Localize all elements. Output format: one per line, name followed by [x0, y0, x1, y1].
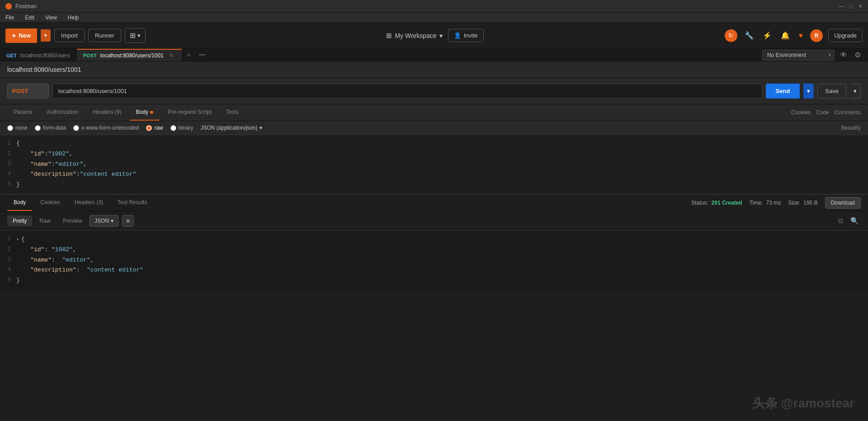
body-type-urlencoded[interactable]: x-www-form-urlencoded	[73, 125, 139, 131]
search-icon: 🔍	[850, 217, 859, 225]
menu-edit[interactable]: Edit	[23, 14, 36, 21]
menu-file[interactable]: File	[4, 14, 16, 21]
workspace-label: My Workspace	[395, 32, 436, 39]
tab-prerequest[interactable]: Pre-request Script	[161, 104, 218, 121]
resp-subtab-pretty[interactable]: Pretty	[7, 215, 32, 226]
resp-copy-button[interactable]: ⧉	[836, 215, 845, 227]
maximize-button[interactable]: □	[849, 3, 853, 9]
tab-headers[interactable]: Headers (9)	[86, 104, 127, 121]
resp-tab-testresults[interactable]: Test Results	[111, 195, 153, 211]
new-button[interactable]: + New	[5, 28, 37, 43]
heart-icon: ♥	[799, 32, 803, 40]
resp-format-extra-button[interactable]: ≡	[122, 215, 134, 227]
toolbar-right: ↻ 🔧 ⚡ 🔔 ♥ R Upgrade	[725, 29, 863, 42]
bell-button[interactable]: 🔔	[779, 29, 792, 42]
invite-icon: 👤	[454, 32, 461, 39]
new-dropdown-button[interactable]: ▾	[41, 29, 51, 42]
method-selector[interactable]: POST GET PUT DELETE PATCH	[7, 84, 49, 98]
environment-selector[interactable]: No Environment ▾	[762, 50, 835, 61]
env-gear-button[interactable]: ⚙	[853, 49, 863, 61]
method-select[interactable]: POST GET PUT DELETE PATCH	[7, 84, 49, 98]
tab-get-users[interactable]: GET localhost:8080/users	[0, 49, 77, 61]
sync-button[interactable]: ↻	[725, 29, 737, 42]
tab-add-button[interactable]: +	[182, 49, 195, 61]
response-status-area: Status: 201 Created Time: 73 ms Size: 19…	[691, 197, 861, 209]
workspace-button[interactable]: ⊞ My Workspace ▾	[386, 32, 442, 40]
send-button[interactable]: Send	[766, 84, 800, 98]
request-tabs-right: Cookies Code Comments	[791, 109, 861, 116]
save-dropdown-button[interactable]: ▾	[850, 84, 861, 98]
layout-icon: ⊞	[130, 31, 136, 40]
body-type-none[interactable]: none	[7, 125, 28, 131]
close-button[interactable]: ✕	[858, 3, 863, 9]
app-icon	[5, 3, 12, 9]
env-eye-button[interactable]: 👁	[838, 49, 849, 61]
resp-subtab-raw[interactable]: Raw	[34, 215, 56, 226]
resp-format-arrow-icon: ▾	[111, 218, 113, 224]
tabs-row: GET localhost:8080/users POST localhost:…	[0, 49, 868, 61]
layout-button[interactable]: ⊞ ▾	[125, 28, 146, 43]
request-title-bar: localhost:8080/users/1001	[0, 61, 868, 78]
body-type-raw[interactable]: raw	[146, 125, 163, 131]
tab-params[interactable]: Params	[7, 104, 38, 121]
gear-icon: ⚙	[854, 51, 861, 59]
tab-post-users[interactable]: POST localhost:8080/users/1001 ✕	[77, 49, 182, 61]
save-button[interactable]: Save	[817, 84, 846, 98]
upgrade-button[interactable]: Upgrade	[828, 29, 863, 42]
layout-arrow: ▾	[137, 32, 141, 39]
code-line-5: 5 }	[0, 180, 868, 190]
code-link[interactable]: Code	[816, 109, 829, 116]
time-label: Time: 73 ms	[750, 200, 781, 206]
title-bar-left: Postman	[5, 3, 37, 9]
code-line-4: 4 "description":"content editor"	[0, 169, 868, 180]
resp-tab-headers[interactable]: Headers (3)	[68, 195, 109, 211]
watermark: 头条 @ramostear	[752, 395, 855, 412]
lightning-icon: ⚡	[763, 31, 772, 40]
tab-tests[interactable]: Tests	[220, 104, 245, 121]
wrench-button[interactable]: 🔧	[743, 29, 755, 42]
plus-icon: +	[12, 32, 16, 40]
send-dropdown-button[interactable]: ▾	[803, 84, 814, 98]
menu-help[interactable]: Help	[66, 14, 81, 21]
environment-select[interactable]: No Environment	[762, 50, 835, 61]
import-button[interactable]: Import	[54, 29, 85, 42]
format-select-button[interactable]: JSON (application/json) ▾	[200, 125, 262, 131]
resp-subtab-preview[interactable]: Preview	[57, 215, 88, 226]
bell-icon: 🔔	[781, 31, 790, 40]
tab-more-button[interactable]: •••	[195, 49, 209, 61]
resp-search-button[interactable]: 🔍	[849, 215, 861, 227]
invite-button[interactable]: 👤 Invite	[448, 29, 484, 42]
request-body-editor[interactable]: 1 { 2 "id":"1002", 3 "name":"editor", 4 …	[0, 135, 868, 194]
body-type-binary[interactable]: binary	[170, 125, 193, 131]
runner-button[interactable]: Runner	[88, 29, 121, 42]
lightning-button[interactable]: ⚡	[761, 29, 774, 42]
body-type-bar: none form-data x-www-form-urlencoded raw…	[0, 121, 868, 135]
env-selector-area: No Environment ▾ 👁 ⚙	[757, 49, 868, 61]
url-input[interactable]	[52, 84, 762, 98]
response-code-editor: 1 ▾ { 2 "id": "1002", 3 "name": "editor"…	[0, 231, 868, 290]
resp-tab-cookies[interactable]: Cookies	[34, 195, 66, 211]
main-toolbar: + New ▾ Import Runner ⊞ ▾ ⊞ My Workspace…	[0, 23, 868, 49]
resp-line-1: 1 ▾ {	[0, 234, 868, 245]
user-avatar[interactable]: R	[810, 29, 823, 42]
heart-button[interactable]: ♥	[797, 30, 805, 42]
body-type-formdata[interactable]: form-data	[35, 125, 66, 131]
tab-url-post: localhost:8080/users/1001	[100, 52, 164, 59]
tab-close-button[interactable]: ✕	[167, 51, 175, 60]
code-line-1: 1 {	[0, 139, 868, 149]
menu-view[interactable]: View	[43, 14, 59, 21]
comments-link[interactable]: Comments	[835, 109, 861, 116]
request-title: localhost:8080/users/1001	[7, 66, 81, 73]
beautify-button[interactable]: Beautify	[841, 125, 861, 131]
resp-format-button[interactable]: JSON ▾	[90, 215, 118, 227]
download-button[interactable]: Download	[825, 197, 861, 209]
tab-method-post: POST	[83, 53, 97, 58]
resp-line-5: 5 }	[0, 276, 868, 286]
minimize-button[interactable]: —	[839, 3, 844, 9]
tab-body[interactable]: Body	[130, 104, 160, 121]
workspace-chevron-icon: ▾	[439, 32, 443, 39]
window-controls: — □ ✕	[839, 3, 863, 9]
cookies-link[interactable]: Cookies	[791, 109, 811, 116]
resp-tab-body[interactable]: Body	[7, 195, 32, 211]
tab-authorization[interactable]: Authorization	[40, 104, 85, 121]
